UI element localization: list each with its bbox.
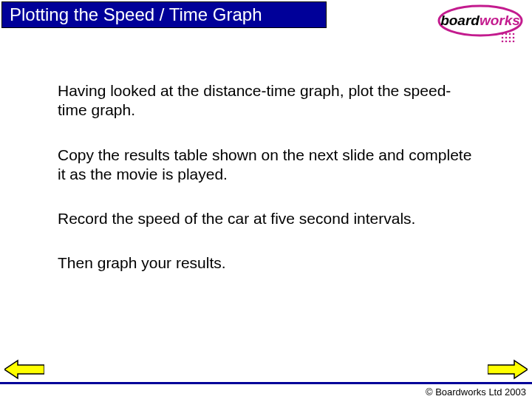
svg-point-6 bbox=[502, 37, 504, 39]
svg-point-3 bbox=[505, 33, 508, 35]
svg-point-9 bbox=[513, 37, 515, 39]
paragraph-1: Having looked at the distance-time graph… bbox=[58, 81, 479, 120]
paragraph-2: Copy the results table shown on the next… bbox=[58, 146, 479, 185]
logo-text-prefix: board bbox=[440, 13, 480, 28]
svg-point-11 bbox=[505, 41, 508, 43]
footer-divider bbox=[0, 382, 532, 384]
page-title: Plotting the Speed / Time Graph bbox=[10, 4, 262, 25]
svg-point-12 bbox=[509, 41, 511, 43]
svg-point-5 bbox=[513, 33, 515, 35]
logo-text-suffix: works bbox=[480, 13, 520, 28]
body-content: Having looked at the distance-time graph… bbox=[58, 81, 479, 299]
svg-text:boardworks: boardworks bbox=[440, 13, 520, 28]
svg-point-7 bbox=[505, 37, 508, 39]
brand-logo: boardworks bbox=[436, 3, 525, 44]
previous-arrow-icon[interactable] bbox=[4, 359, 44, 380]
svg-point-10 bbox=[502, 41, 504, 43]
svg-point-2 bbox=[502, 33, 504, 35]
paragraph-3: Record the speed of the car at five seco… bbox=[58, 209, 479, 228]
svg-point-13 bbox=[513, 41, 515, 43]
svg-point-4 bbox=[509, 33, 511, 35]
copyright-text: © Boardworks Ltd 2003 bbox=[426, 386, 526, 398]
next-arrow-icon[interactable] bbox=[488, 359, 528, 380]
paragraph-4: Then graph your results. bbox=[58, 253, 479, 273]
svg-point-8 bbox=[509, 37, 511, 39]
title-bar: Plotting the Speed / Time Graph bbox=[1, 1, 327, 28]
